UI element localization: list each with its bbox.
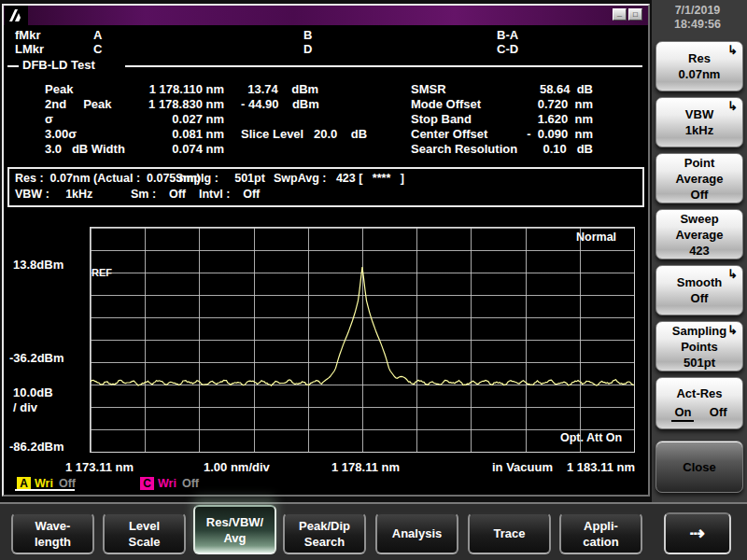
button-label: Sweep xyxy=(656,211,742,227)
status-vbw: VBW : 1kHz xyxy=(15,188,92,201)
spectrum-plot xyxy=(90,227,635,453)
button-label: 0.07nm xyxy=(656,66,742,82)
toggle-on-option[interactable]: On xyxy=(671,404,694,422)
y-bottom-label: -86.2dBm xyxy=(9,440,64,454)
measurement-label: σ xyxy=(45,112,53,126)
point-average-button[interactable]: PointAverageOff xyxy=(655,153,743,203)
more-arrow-icon: ⇢ xyxy=(666,525,729,541)
menu-label: cation xyxy=(561,534,641,550)
menu-label: Avg xyxy=(195,530,275,546)
button-label: Points xyxy=(656,339,742,355)
measurement-label: Peak xyxy=(45,82,73,96)
measurement-value: - 0.090 nm xyxy=(472,127,593,141)
submenu-arrow-icon: ↳ xyxy=(727,266,738,282)
measurement-value: 0.10 dB xyxy=(472,142,593,156)
y-mid-label: -36.2dBm xyxy=(9,351,64,365)
button-label: 501pt xyxy=(656,355,742,371)
status-sm: Sm : Off xyxy=(131,188,186,201)
measurement-value: 0.720 nm xyxy=(472,97,593,111)
trace-c-indicator[interactable]: CWriOff xyxy=(140,477,199,490)
x-center-label: 1 178.11 nm xyxy=(331,460,400,474)
status-smplg: Smplg : 501pt xyxy=(176,172,265,185)
test-name: DFB-LD Test xyxy=(22,58,95,72)
button-label: 1kHz xyxy=(656,122,742,138)
trace-mode-label: Normal xyxy=(576,231,616,245)
measurement-value: 1 178.110 nm xyxy=(89,82,224,96)
test-name-rule-right xyxy=(125,65,642,67)
measurement-value: 1 178.830 nm xyxy=(89,97,224,111)
measurement-label: Stop Band xyxy=(411,112,472,126)
y-scale-label-1: 10.0dB xyxy=(13,385,53,399)
measurement-extra: - 44.90 dBm xyxy=(241,97,319,111)
close-button[interactable]: Close xyxy=(655,441,743,493)
menu-peak-dip-search[interactable]: Peak/DipSearch xyxy=(283,512,366,554)
marker-d-label: D xyxy=(303,42,312,56)
ref-line-label: REF xyxy=(92,267,112,278)
menu-label: Appli- xyxy=(561,518,641,534)
submenu-arrow-icon: ↳ xyxy=(727,322,738,338)
smooth-button[interactable]: ↳SmoothOff xyxy=(655,265,743,315)
button-label: Point xyxy=(656,155,742,171)
status-res: Res : 0.07nm (Actual : 0.075 nm) xyxy=(15,172,201,185)
menu-trace[interactable]: Trace xyxy=(468,512,551,554)
act-res-toggle[interactable]: Act-ResOnOff xyxy=(655,377,743,429)
trace-mode-text: Wri xyxy=(35,477,53,490)
trace-a-curve xyxy=(91,228,634,452)
measurement-extra: Slice Level 20.0 dB xyxy=(241,127,367,141)
marker-ba-label: B-A xyxy=(497,28,518,42)
menu-label: Trace xyxy=(470,525,549,541)
status-intvl: Intvl : Off xyxy=(199,188,260,201)
titlebar xyxy=(4,6,648,25)
menu-label: Scale xyxy=(105,534,184,550)
menu-label: Analysis xyxy=(377,525,457,541)
button-label: Average xyxy=(656,171,742,187)
button-label: Off xyxy=(656,187,742,203)
fmkr-label: fMkr xyxy=(15,28,40,42)
trace-mode-text: Wri xyxy=(158,477,176,490)
menu-label: Res/VBW/ xyxy=(195,514,275,530)
x-left-label: 1 173.11 nm xyxy=(65,460,134,474)
sweep-average-button[interactable]: SweepAverage423 xyxy=(655,209,743,259)
y-ref-label: 13.8dBm xyxy=(13,258,63,272)
menu-level-scale[interactable]: LevelScale xyxy=(103,512,186,554)
measurement-label: SMSR xyxy=(411,82,446,96)
button-label: Close xyxy=(656,459,742,475)
measurement-label: Mode Offset xyxy=(411,97,481,111)
button-label: Act-Res xyxy=(656,385,742,401)
res-button[interactable]: ↳Res0.07nm xyxy=(655,41,743,91)
x-scale-label: 1.00 nm/div xyxy=(204,460,270,474)
submenu-arrow-icon: ↳ xyxy=(727,98,738,114)
datetime: 7/1/2019 18:49:56 xyxy=(654,4,741,32)
active-trace-underline xyxy=(15,489,75,491)
vbw-button[interactable]: ↳VBW1kHz xyxy=(655,97,743,147)
measurement-value: 0.027 nm xyxy=(89,112,224,126)
menu-application[interactable]: Appli-cation xyxy=(559,512,642,554)
menu-more-arrow[interactable]: ⇢ xyxy=(664,512,731,554)
anritsu-logo-icon xyxy=(5,6,28,25)
osa-screen: _ □ fMkr A B B-A LMkr C D C-D DFB-LD Tes… xyxy=(0,0,747,560)
menu-res-vbw-avg[interactable]: Res/VBW/Avg xyxy=(193,505,276,554)
minimize-button[interactable]: _ xyxy=(613,8,627,21)
menu-wavelength[interactable]: Wave-length xyxy=(11,512,94,554)
time-label: 18:49:56 xyxy=(654,18,741,32)
marker-cd-label: C-D xyxy=(497,42,518,56)
trace-key-badge: A xyxy=(17,477,31,490)
menu-label: Wave- xyxy=(13,518,92,534)
measurement-value: 0.081 nm xyxy=(89,127,224,141)
lmkr-label: LMkr xyxy=(15,42,44,56)
sampling-points-button[interactable]: ↳SamplingPoints501pt xyxy=(655,321,743,371)
x-right-label: 1 183.11 nm xyxy=(567,460,635,474)
toggle-off-option[interactable]: Off xyxy=(710,404,727,422)
maximize-button[interactable]: □ xyxy=(628,8,642,21)
trace-a-indicator[interactable]: AWriOff xyxy=(17,477,76,490)
date-label: 7/1/2019 xyxy=(654,4,741,18)
menu-analysis[interactable]: Analysis xyxy=(375,512,458,554)
menu-label: Search xyxy=(285,534,364,550)
submenu-arrow-icon: ↳ xyxy=(727,42,738,58)
trace-state-text: Off xyxy=(59,477,76,490)
menu-label: Peak/Dip xyxy=(285,518,364,534)
test-name-rule-left xyxy=(7,65,19,67)
button-label: Average xyxy=(656,227,742,243)
x-medium-label: in Vacuum xyxy=(492,460,553,474)
menu-label: length xyxy=(13,534,92,550)
